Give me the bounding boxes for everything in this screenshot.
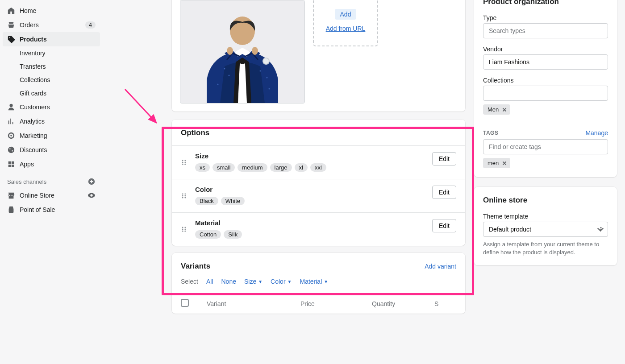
nav-gift-cards[interactable]: Gift cards <box>3 87 100 100</box>
nav-label: Orders <box>20 21 39 29</box>
edit-option-button[interactable]: Edit <box>432 152 456 165</box>
right-column: Product organization Type Vendor Collect… <box>474 0 617 273</box>
nav-online-store[interactable]: Online Store <box>3 188 100 203</box>
svg-point-21 <box>184 195 186 197</box>
option-row-color: Color Black White Edit <box>172 179 465 212</box>
option-name: Color <box>195 186 425 193</box>
filter-size[interactable]: Size▼ <box>244 278 262 285</box>
remove-tag-icon[interactable] <box>501 160 508 166</box>
caret-down-icon: ▼ <box>288 279 292 284</box>
add-channel-icon[interactable] <box>88 178 96 186</box>
svg-point-3 <box>227 47 233 55</box>
svg-point-16 <box>182 164 183 165</box>
caret-down-icon: ▼ <box>324 279 328 284</box>
svg-point-4 <box>252 47 258 55</box>
filter-material[interactable]: Material▼ <box>300 278 328 285</box>
nav-label: Discounts <box>20 146 47 153</box>
card-title: Online store <box>483 196 608 205</box>
svg-point-1 <box>230 17 255 45</box>
chip: small <box>212 163 235 172</box>
option-name: Material <box>195 219 425 227</box>
product-organization-card: Product organization Type Vendor Collect… <box>474 0 617 177</box>
nav-customers[interactable]: Customers <box>3 100 100 114</box>
nav-label: Products <box>20 36 47 43</box>
tags-input[interactable] <box>483 139 608 154</box>
variants-table: Variant Price Quantity S <box>172 293 465 314</box>
svg-point-25 <box>184 227 186 228</box>
nav-products[interactable]: Products <box>3 32 100 46</box>
drag-handle-icon[interactable] <box>181 219 188 234</box>
analytics-icon <box>7 117 15 125</box>
nav-label: Analytics <box>20 118 45 125</box>
add-media-button[interactable]: Add <box>335 9 357 20</box>
sales-channels-header: Sales channels <box>3 171 100 188</box>
nav-label: Home <box>20 7 36 14</box>
chip: large <box>270 163 292 172</box>
manage-tags-link[interactable]: Manage <box>585 129 608 136</box>
remove-tag-icon[interactable] <box>501 107 508 113</box>
svg-rect-2 <box>241 61 244 64</box>
product-image[interactable] <box>180 0 305 103</box>
vendor-input[interactable] <box>483 54 608 70</box>
variants-card: Variants Add variant Select All None Siz… <box>172 253 465 314</box>
eye-icon[interactable] <box>88 191 96 199</box>
add-variant-link[interactable]: Add variant <box>425 263 456 270</box>
person-icon <box>7 103 15 111</box>
nav-transfers[interactable]: Transfers <box>3 60 100 73</box>
pos-icon <box>7 206 15 214</box>
options-title: Options <box>172 120 465 145</box>
template-select[interactable]: Default product <box>483 222 608 237</box>
nav-analytics[interactable]: Analytics <box>3 114 100 128</box>
svg-point-17 <box>184 164 186 165</box>
nav-label: Customers <box>20 103 50 111</box>
option-row-size: Size xs small medium large xl xxl Edit <box>172 145 465 179</box>
option-values: Black White <box>195 197 425 205</box>
sidebar: Home Orders 4 Products Inventory Transfe… <box>0 0 103 364</box>
edit-option-button[interactable]: Edit <box>432 219 456 232</box>
nav-pos[interactable]: Point of Sale <box>3 203 100 217</box>
orders-badge: 4 <box>85 21 96 29</box>
option-values: xs small medium large xl xxl <box>195 163 425 172</box>
options-card: Options Size xs small medium large xl xx… <box>172 120 465 246</box>
nav-collections[interactable]: Collections <box>3 73 100 87</box>
col-price: Price <box>292 294 363 314</box>
home-icon <box>7 7 15 15</box>
filter-color[interactable]: Color▼ <box>271 278 292 285</box>
nav-apps[interactable]: Apps <box>3 157 100 171</box>
option-values: Cotton Silk <box>195 230 425 239</box>
filter-none[interactable]: None <box>221 278 236 285</box>
collection-tag: Men <box>483 104 510 115</box>
tag-chip: men <box>483 158 510 168</box>
svg-point-10 <box>217 84 219 85</box>
collections-input[interactable] <box>483 86 608 101</box>
orders-icon <box>7 21 15 29</box>
add-from-url-link[interactable]: Add from URL <box>326 25 366 32</box>
upload-box[interactable]: Add Add from URL <box>313 0 378 46</box>
filter-all[interactable]: All <box>206 278 213 285</box>
svg-point-20 <box>182 195 183 197</box>
type-label: Type <box>483 14 608 21</box>
option-name: Size <box>195 152 425 160</box>
tag-label: men <box>488 160 499 166</box>
nav-marketing[interactable]: Marketing <box>3 128 100 143</box>
nav-label: Apps <box>20 161 34 168</box>
svg-point-15 <box>184 162 186 163</box>
nav-orders[interactable]: Orders 4 <box>3 18 100 32</box>
section-label: Sales channels <box>7 178 46 185</box>
edit-option-button[interactable]: Edit <box>432 186 456 199</box>
chip: medium <box>238 163 267 172</box>
nav-inventory[interactable]: Inventory <box>3 46 100 60</box>
type-input[interactable] <box>483 23 608 38</box>
drag-handle-icon[interactable] <box>181 152 188 167</box>
tag-icon <box>7 35 15 43</box>
chip: Cotton <box>195 230 221 239</box>
select-all-checkbox[interactable] <box>181 299 189 307</box>
card-title: Product organization <box>483 0 608 6</box>
caret-down-icon: ▼ <box>258 279 262 284</box>
svg-point-8 <box>260 70 261 72</box>
drag-handle-icon[interactable] <box>181 186 188 200</box>
nav-discounts[interactable]: Discounts <box>3 143 100 157</box>
nav-home[interactable]: Home <box>3 4 100 18</box>
svg-point-14 <box>182 162 183 163</box>
template-helper: Assign a template from your current them… <box>483 240 608 256</box>
